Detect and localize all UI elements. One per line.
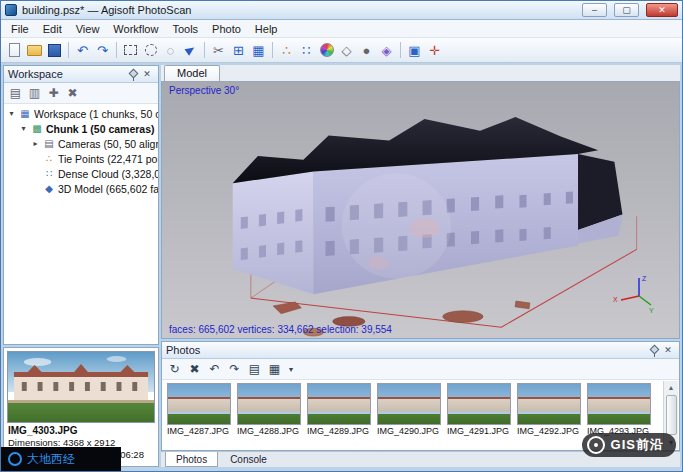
dense-cloud-icon: ∷: [43, 168, 55, 179]
circle-selection-icon[interactable]: [141, 41, 160, 60]
pin-icon[interactable]: [648, 344, 660, 357]
thumbnail-image: [377, 383, 441, 425]
preview-filename: IMG_4303.JPG: [4, 425, 158, 437]
close-panel-icon[interactable]: ✕: [661, 344, 675, 357]
workspace-panel-title: Workspace: [8, 68, 63, 80]
workspace-icon: ▦: [19, 108, 31, 119]
menu-edit[interactable]: Edit: [36, 21, 69, 37]
photos-panel-header[interactable]: Photos ✕: [162, 342, 679, 359]
show-photos-icon[interactable]: ▣: [405, 41, 424, 60]
undo-icon[interactable]: ↶: [73, 41, 92, 60]
pin-icon[interactable]: [127, 68, 139, 81]
details-view-icon[interactable]: ▤: [246, 361, 263, 378]
thumbnail-image: [447, 383, 511, 425]
navigation-icon[interactable]: [181, 41, 200, 60]
rotate-ccw-icon[interactable]: ↶: [206, 361, 223, 378]
thumbnail-image: [307, 383, 371, 425]
menu-file[interactable]: File: [4, 21, 36, 37]
tree-item-dense-cloud[interactable]: ∷ Dense Cloud (3,328,010 points): [4, 166, 158, 181]
toolbar-separator: [272, 42, 273, 58]
model-icon: ◆: [43, 183, 55, 194]
model-tab-strip: Model: [161, 65, 680, 82]
perspective-label: Perspective 30°: [169, 85, 239, 96]
new-document-icon[interactable]: [5, 41, 24, 60]
tab-model[interactable]: Model: [164, 65, 220, 81]
scroll-up-icon[interactable]: ▲: [664, 381, 678, 394]
freeform-selection-icon[interactable]: ◌: [161, 41, 180, 60]
menu-bar: File Edit View Workflow Tools Photo Help: [1, 20, 682, 38]
rotate-cw-icon[interactable]: ↷: [226, 361, 243, 378]
workspace-panel: Workspace ✕ ▤ ▥ ✚ ✖ ▾ ▦ Workspace (1 chu…: [3, 65, 159, 345]
rectangle-selection-icon[interactable]: [121, 41, 140, 60]
menu-help[interactable]: Help: [248, 21, 285, 37]
tree-item-chunk[interactable]: ▾ ▩ Chunk 1 (50 cameras): [4, 121, 158, 136]
model-scene: [162, 82, 679, 338]
grid-view-large-icon[interactable]: ▦: [249, 41, 268, 60]
model-viewport[interactable]: Perspective 30° faces: 665,602 vertices:…: [161, 82, 680, 339]
menu-tools[interactable]: Tools: [165, 21, 205, 37]
wireframe-view-icon[interactable]: ◇: [337, 41, 356, 60]
grid-view-small-icon[interactable]: ⊞: [229, 41, 248, 60]
preview-image[interactable]: [7, 351, 155, 423]
axis-gizmo: Z X Y: [609, 272, 655, 314]
tree-item-workspace[interactable]: ▾ ▦ Workspace (1 chunks, 50 cameras): [4, 106, 158, 121]
solid-view-icon[interactable]: ●: [357, 41, 376, 60]
toolbar-separator: [204, 42, 205, 58]
model-status: faces: 665,602 vertices: 334,662 selecti…: [169, 324, 392, 335]
tree-item-cameras[interactable]: ▸ ▤ Cameras (50, 50 aligned): [4, 136, 158, 151]
expander-icon[interactable]: ▸: [31, 139, 40, 148]
add-chunk-icon[interactable]: ▤: [7, 85, 24, 102]
workspace-toolbar: ▤ ▥ ✚ ✖: [4, 83, 158, 104]
menu-photo[interactable]: Photo: [205, 21, 248, 37]
chunk-icon: ▩: [31, 123, 43, 134]
tree-item-tie-points[interactable]: ∴ Tie Points (22,471 points): [4, 151, 158, 166]
photo-thumbnail[interactable]: IMG_4292.JPG: [517, 383, 581, 450]
photo-thumbnail[interactable]: IMG_4288.JPG: [237, 383, 301, 450]
title-bar[interactable]: building.psz* — Agisoft PhotoScan – ▢ ✕: [1, 1, 682, 20]
icons-view-icon[interactable]: ▦: [266, 361, 283, 378]
add-photos-icon[interactable]: ▥: [26, 85, 43, 102]
photo-thumbnail[interactable]: IMG_4287.JPG: [167, 383, 231, 450]
tab-console[interactable]: Console: [220, 452, 277, 467]
close-panel-icon[interactable]: ✕: [140, 68, 154, 81]
maximize-button[interactable]: ▢: [614, 3, 639, 17]
open-photo-icon[interactable]: ↻: [166, 361, 183, 378]
crop-icon[interactable]: ✂: [209, 41, 228, 60]
menu-view[interactable]: View: [69, 21, 107, 37]
app-window: building.psz* — Agisoft PhotoScan – ▢ ✕ …: [0, 0, 683, 472]
thumbnail-image: [517, 383, 581, 425]
photo-thumbnail[interactable]: IMG_4289.JPG: [307, 383, 371, 450]
textured-view-icon[interactable]: ◈: [377, 41, 396, 60]
expander-icon[interactable]: ▾: [19, 124, 28, 133]
photo-thumbnail[interactable]: IMG_4291.JPG: [447, 383, 511, 450]
minimize-button[interactable]: –: [582, 3, 607, 17]
thumbnail-image: [237, 383, 301, 425]
open-file-icon[interactable]: [25, 41, 44, 60]
axis-z-label: Z: [642, 275, 647, 282]
watermark-right: GIS前沿: [582, 433, 676, 457]
thumbnail-image: [587, 383, 651, 425]
workspace-panel-header[interactable]: Workspace ✕: [4, 66, 158, 83]
save-icon[interactable]: [45, 41, 64, 60]
redo-icon[interactable]: ↷: [93, 41, 112, 60]
remove-photo-icon[interactable]: ✖: [186, 361, 203, 378]
point-cloud-icon[interactable]: ∴: [277, 41, 296, 60]
move-region-icon[interactable]: ✛: [425, 41, 444, 60]
tab-photos[interactable]: Photos: [165, 452, 218, 467]
workspace-tree: ▾ ▦ Workspace (1 chunks, 50 cameras) ▾ ▩…: [4, 104, 158, 344]
view-dropdown-icon[interactable]: ▾: [286, 361, 296, 378]
remove-item-icon[interactable]: ✖: [64, 85, 81, 102]
photo-thumbnail[interactable]: IMG_4290.JPG: [377, 383, 441, 450]
dense-cloud-icon[interactable]: ∷: [297, 41, 316, 60]
app-icon: [5, 4, 17, 16]
menu-workflow[interactable]: Workflow: [106, 21, 165, 37]
watermark-left-logo-icon: [8, 452, 22, 466]
tree-item-3d-model[interactable]: ◆ 3D Model (665,602 faces): [4, 181, 158, 196]
shaded-view-icon[interactable]: [317, 41, 336, 60]
add-item-icon[interactable]: ✚: [45, 85, 62, 102]
close-button[interactable]: ✕: [646, 3, 678, 17]
cameras-icon: ▤: [43, 138, 55, 149]
scrollbar-thumb[interactable]: [666, 395, 677, 435]
main-toolbar: ↶ ↷ ◌ ✂ ⊞ ▦ ∴ ∷ ◇ ● ◈ ▣ ✛: [1, 38, 682, 63]
expander-icon[interactable]: ▾: [7, 109, 16, 118]
